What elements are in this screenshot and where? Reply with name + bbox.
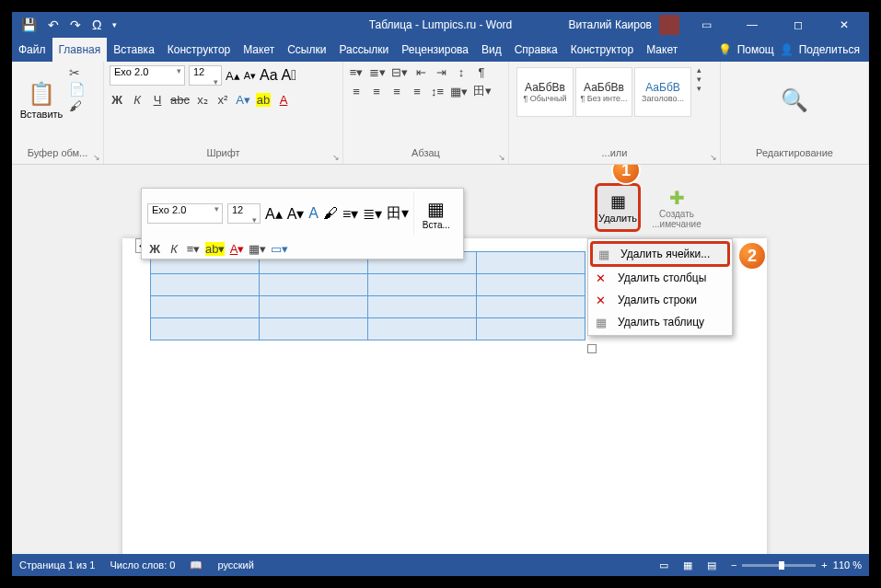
zoom-control[interactable]: − + 110 % (731, 559, 862, 571)
user-name[interactable]: Виталий Каиров (568, 18, 652, 31)
delete-button[interactable]: ▦ Удалить (595, 183, 641, 232)
highlight-icon[interactable]: ab (256, 93, 271, 107)
mini-insert-button[interactable]: ▦Вста... (413, 191, 458, 236)
change-case-icon[interactable]: Aa (260, 67, 278, 84)
dialog-launcher-icon[interactable]: ↘ (332, 153, 340, 162)
format-painter-icon[interactable]: 🖌 (323, 205, 338, 222)
tab-view[interactable]: Вид (475, 38, 508, 62)
language-indicator[interactable]: русский (217, 559, 253, 571)
italic-icon[interactable]: К (130, 93, 145, 107)
shrink-font-icon[interactable]: A▾ (244, 70, 256, 82)
justify-icon[interactable]: ≡ (410, 85, 424, 98)
bold-icon[interactable]: Ж (147, 242, 162, 256)
zoom-level[interactable]: 110 % (833, 559, 862, 571)
delete-cells-item[interactable]: ▦Удалить ячейки... (590, 241, 730, 267)
share-label[interactable]: Поделиться (799, 43, 860, 56)
mini-size-select[interactable]: 12 (227, 203, 261, 224)
zoom-in-icon[interactable]: + (821, 559, 827, 571)
zoom-slider[interactable] (742, 564, 816, 567)
italic-icon[interactable]: К (167, 242, 181, 256)
tell-me-icon[interactable]: 💡 (718, 43, 732, 56)
mini-font-select[interactable]: Exo 2.0 (147, 203, 223, 224)
dialog-launcher-icon[interactable]: ↘ (710, 153, 717, 162)
numbering-icon[interactable]: ≣▾ (363, 205, 382, 223)
style-normal[interactable]: АаБбВв¶ Обычный (516, 67, 574, 117)
tab-home[interactable]: Главная (52, 38, 108, 62)
tab-table-design[interactable]: Конструктор (564, 38, 640, 62)
paste-button[interactable]: 📋 Вставить (17, 65, 65, 135)
tab-table-layout[interactable]: Макет (640, 38, 684, 62)
highlight-icon[interactable]: ab▾ (205, 242, 225, 256)
symbol-icon[interactable]: Ω (92, 17, 101, 32)
border-style-icon[interactable]: ▭▾ (271, 242, 288, 256)
subscript-icon[interactable]: x₂ (195, 93, 210, 107)
text-effects-icon[interactable]: A▾ (236, 93, 250, 107)
numbering-icon[interactable]: ≣▾ (369, 65, 386, 79)
tell-me-label[interactable]: Помощ (737, 43, 774, 56)
shading-icon[interactable]: ▦▾ (450, 85, 468, 98)
create-note-button[interactable]: ✚ Создать ...имечание (645, 183, 708, 232)
find-button[interactable]: 🔍 (781, 65, 808, 135)
align-center-icon[interactable]: ≡ (369, 85, 384, 98)
zoom-out-icon[interactable]: − (731, 559, 736, 571)
sort-icon[interactable]: ↕ (454, 65, 469, 79)
tab-review[interactable]: Рецензирова (395, 38, 475, 62)
shading-icon[interactable]: ▦▾ (249, 242, 266, 256)
underline-icon[interactable]: Ч (150, 93, 165, 107)
read-mode-icon[interactable]: ▭ (659, 559, 668, 571)
tab-insert[interactable]: Вставка (107, 38, 161, 62)
bold-icon[interactable]: Ж (110, 93, 124, 107)
style-heading[interactable]: АаБбВЗаголово... (634, 67, 691, 117)
grow-font-icon[interactable]: A▴ (265, 205, 283, 223)
undo-icon[interactable]: ↶ (48, 17, 59, 32)
spellcheck-icon[interactable]: 📖 (190, 559, 203, 571)
document-table[interactable] (150, 251, 585, 340)
superscript-icon[interactable]: x² (215, 93, 230, 107)
delete-table-item[interactable]: ▦Удалить таблицу (590, 311, 730, 333)
word-count[interactable]: Число слов: 0 (110, 559, 175, 571)
delete-columns-item[interactable]: ✕Удалить столбцы (590, 267, 730, 289)
inc-indent-icon[interactable]: ⇥ (434, 65, 448, 79)
qat-more-icon[interactable]: ▾ (112, 20, 117, 29)
tab-references[interactable]: Ссылки (281, 38, 332, 62)
gallery-more-icon[interactable]: ▾ (697, 84, 701, 93)
line-spacing-icon[interactable]: ↕≡ (430, 85, 445, 98)
tab-help[interactable]: Справка (508, 38, 564, 62)
table-resize-handle[interactable] (587, 344, 597, 353)
tab-mailings[interactable]: Рассылки (332, 38, 395, 62)
close-button[interactable]: ✕ (825, 12, 864, 38)
clear-format-icon[interactable]: A⃠ (282, 67, 297, 84)
gallery-down-icon[interactable]: ▾ (697, 75, 701, 84)
borders-icon[interactable]: 田▾ (387, 204, 409, 224)
multilevel-icon[interactable]: ⊟▾ (391, 65, 408, 79)
share-icon[interactable]: 👤 (780, 43, 794, 56)
format-painter-icon[interactable]: 🖌 (69, 98, 85, 113)
minimize-button[interactable]: — (733, 12, 771, 38)
style-nospacing[interactable]: АаБбВв¶ Без инте... (575, 67, 632, 117)
showmarks-icon[interactable]: ¶ (474, 65, 489, 79)
borders-icon[interactable]: 田▾ (473, 83, 492, 99)
align-left-icon[interactable]: ≡ (349, 85, 364, 98)
align-icon[interactable]: ≡▾ (186, 242, 201, 256)
font-color-icon[interactable]: A▾ (229, 242, 244, 256)
gallery-up-icon[interactable]: ▴ (697, 65, 701, 75)
cut-icon[interactable]: ✂ (69, 65, 85, 80)
strike-icon[interactable]: abc (170, 93, 190, 107)
maximize-button[interactable]: ◻ (779, 12, 817, 38)
font-name-select[interactable]: Exo 2.0 (110, 65, 185, 86)
bullets-icon[interactable]: ≡▾ (349, 65, 364, 79)
styles-icon[interactable]: A (308, 205, 319, 222)
page-indicator[interactable]: Страница 1 из 1 (19, 559, 95, 571)
align-right-icon[interactable]: ≡ (389, 85, 404, 98)
tab-layout[interactable]: Макет (237, 38, 281, 62)
dialog-launcher-icon[interactable]: ↘ (93, 153, 100, 162)
web-layout-icon[interactable]: ▤ (707, 559, 716, 571)
tab-file[interactable]: Файл (12, 38, 52, 62)
grow-font-icon[interactable]: A▴ (226, 69, 240, 83)
shrink-font-icon[interactable]: A▾ (287, 205, 305, 223)
ribbon-display-icon[interactable]: ▭ (687, 12, 725, 38)
dec-indent-icon[interactable]: ⇤ (413, 65, 428, 79)
delete-rows-item[interactable]: ✕Удалить строки (590, 289, 730, 311)
bullets-icon[interactable]: ≡▾ (342, 205, 358, 223)
font-color-icon[interactable]: A (276, 93, 291, 107)
